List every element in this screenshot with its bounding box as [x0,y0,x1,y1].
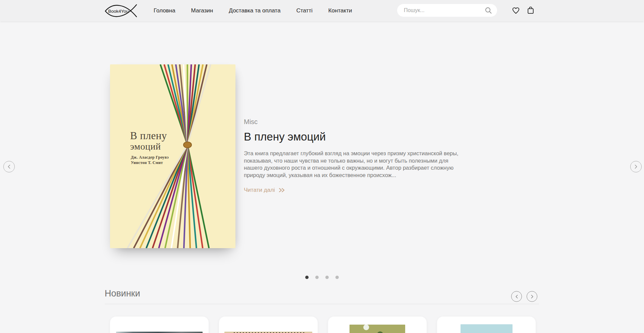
carousel-dot-4[interactable] [335,276,339,279]
carousel-dot-2[interactable] [315,276,319,279]
search-input[interactable] [403,7,484,14]
new-arrivals-section: Новинки [105,288,539,299]
nav-item-home[interactable]: Головна [154,7,175,14]
product-card[interactable] [437,317,536,333]
main-nav: Головна Магазин Доставка та оплата Статт… [154,0,352,21]
nav-item-contacts[interactable]: Контакти [328,7,352,14]
section-divider [105,304,539,304]
product-cover-image [224,332,312,333]
product-card[interactable] [110,317,209,333]
hero-text-block: Misc В плену эмоций Эта книга предлагает… [244,118,461,193]
hero-description: Эта книга предлагает глубокий взгляд на … [244,150,461,179]
section-title: Новинки [105,288,539,299]
product-card[interactable] [328,317,427,333]
nav-item-shop[interactable]: Магазин [191,7,213,14]
logo[interactable]: Book4You [104,3,139,19]
header: Book4You Головна Магазин Доставка та опл… [0,0,644,21]
carousel-dot-3[interactable] [325,276,329,279]
new-arrivals-prev-button[interactable] [511,291,522,302]
hero-category: Misc [244,118,461,126]
product-cards-row [110,317,536,333]
read-more-label: Читати далі [244,187,275,193]
hero-book-cover[interactable]: В плену эмоций Дж. Аласдер Гроувэ Уинсто… [110,64,235,248]
carousel-next-button[interactable] [630,161,642,172]
chevron-left-icon [7,164,11,169]
carousel-dots [0,276,644,279]
fish-logo-icon: Book4You [104,3,139,19]
search-box [397,4,497,17]
product-cover-image [350,325,405,333]
carousel-dot-1[interactable] [305,276,309,279]
nav-item-delivery[interactable]: Доставка та оплата [229,7,280,14]
search-icon[interactable] [484,6,492,14]
heart-icon [512,6,520,15]
ribbons-graphic [110,64,235,248]
cover-title: В плену эмоций [130,130,167,152]
read-more-link[interactable]: Читати далі [244,187,286,193]
chevron-right-icon [530,294,534,299]
section-arrows [511,291,537,302]
new-arrivals-next-button[interactable] [527,291,537,302]
cart-button[interactable] [526,6,535,15]
logo-text: Book4You [108,9,128,14]
hero-title: В плену эмоций [244,130,461,143]
chevron-left-icon [515,294,519,299]
cover-authors: Дж. Аласдер Гроувэ Уинстон Т. Смит [131,155,169,165]
product-cover-image [461,324,513,333]
nav-item-articles[interactable]: Статті [296,7,312,14]
page: Book4You Головна Магазин Доставка та опл… [0,0,644,333]
carousel-prev-button[interactable] [3,161,15,172]
product-card[interactable] [219,317,318,333]
wishlist-button[interactable] [511,6,521,15]
product-cover-image [116,332,203,333]
chevron-right-icon [634,164,638,169]
double-chevron-right-icon [278,187,286,193]
shopping-bag-icon [526,6,535,15]
